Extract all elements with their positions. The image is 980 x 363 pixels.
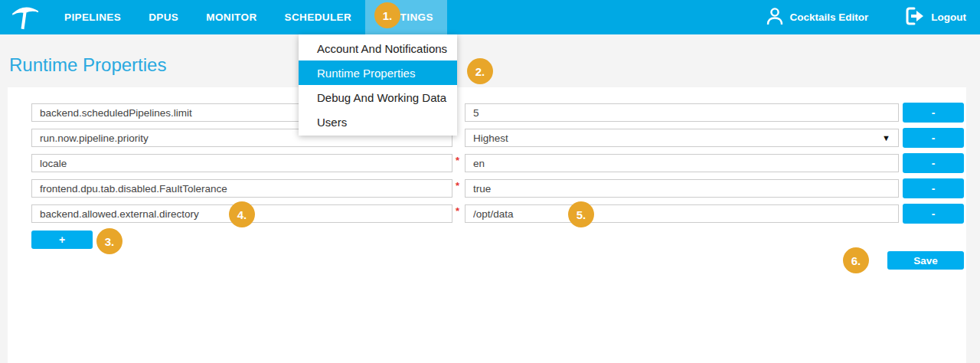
property-value-input[interactable] [465, 179, 899, 198]
nav-item-dpus[interactable]: DPUS [135, 0, 192, 34]
remove-property-button[interactable]: - [903, 178, 964, 198]
property-key-input[interactable] [31, 154, 452, 172]
page-title: Runtime Properties [9, 54, 166, 76]
property-value-select[interactable]: Highest ▼ [465, 129, 899, 147]
remove-property-button[interactable]: - [903, 153, 964, 173]
property-value-input[interactable] [465, 154, 899, 172]
property-value-input[interactable] [465, 204, 899, 223]
annotation-badge-4: 4. [229, 201, 255, 227]
menu-item-debug-and-working-data[interactable]: Debug And Working Data [299, 85, 457, 110]
menu-item-users[interactable]: Users [299, 110, 457, 134]
menu-item-runtime-properties[interactable]: Runtime Properties [299, 60, 457, 85]
user-icon [766, 7, 783, 28]
save-button[interactable]: Save [887, 251, 964, 270]
nav-item-scheduler[interactable]: SCHEDULER [271, 0, 366, 34]
remove-property-button[interactable]: - [903, 103, 964, 123]
nav-item-pipelines[interactable]: PIPELINES [51, 0, 135, 34]
nav-item-monitor[interactable]: MONITOR [192, 0, 270, 34]
current-user-button[interactable]: Cocktails Editor [766, 7, 868, 28]
property-row: * - [8, 204, 980, 225]
navbar-right: Cocktails Editor Logout [766, 0, 980, 34]
top-navbar: PIPELINES DPUS MONITOR SCHEDULER SETTING… [0, 0, 980, 34]
annotation-badge-2: 2. [467, 58, 493, 84]
select-selected-value: Highest [473, 132, 508, 144]
settings-dropdown-menu: Account And Notifications Runtime Proper… [299, 34, 457, 136]
required-asterisk: * [456, 155, 459, 166]
logout-label: Logout [931, 11, 966, 23]
property-row: * - [8, 154, 980, 175]
umbrella-icon [9, 2, 41, 34]
annotation-badge-1: 1. [374, 2, 400, 28]
required-asterisk: * [456, 205, 459, 217]
remove-property-button[interactable]: - [903, 128, 964, 148]
annotation-badge-6: 6. [843, 247, 869, 273]
chevron-down-icon: ▼ [882, 133, 890, 142]
property-row: Highest ▼ - [8, 129, 980, 149]
menu-item-account-and-notifications[interactable]: Account And Notifications [299, 36, 457, 60]
property-key-input[interactable] [31, 179, 452, 198]
app-logo[interactable] [0, 0, 51, 34]
annotation-badge-5: 5. [568, 201, 594, 227]
property-row: - [8, 103, 980, 124]
property-row: * - [8, 179, 980, 200]
required-asterisk: * [456, 180, 459, 191]
logout-icon [905, 7, 925, 28]
annotation-badge-3: 3. [96, 228, 122, 254]
logout-button[interactable]: Logout [905, 7, 966, 28]
runtime-properties-panel: - Highest ▼ - * - * - * - + Save [8, 87, 966, 363]
user-name-label: Cocktails Editor [789, 11, 868, 23]
property-value-input[interactable] [465, 103, 899, 122]
remove-property-button[interactable]: - [903, 204, 964, 224]
add-property-button[interactable]: + [31, 231, 93, 249]
